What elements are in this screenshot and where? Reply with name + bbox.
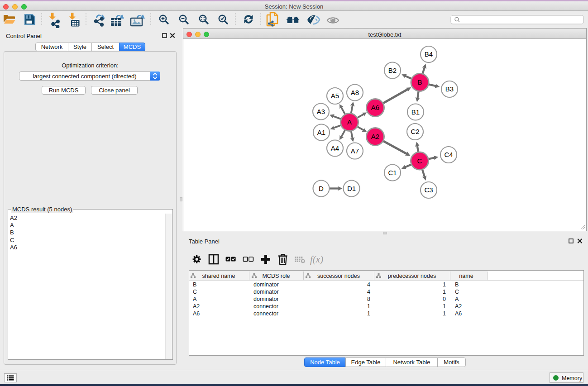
svg-text:1: 1 [367, 303, 370, 310]
svg-text:B: B [417, 78, 422, 86]
svg-text:connector: connector [253, 310, 278, 317]
svg-text:A2: A2 [455, 303, 462, 310]
svg-text:shared name: shared name [202, 273, 235, 279]
svg-text:D1: D1 [347, 185, 356, 192]
svg-text:1: 1 [443, 281, 446, 288]
svg-text:A6: A6 [455, 310, 462, 317]
svg-text:0: 0 [443, 296, 446, 302]
svg-text:A5: A5 [331, 92, 339, 100]
svg-text:A6: A6 [371, 104, 379, 111]
svg-text:A1: A1 [317, 129, 325, 136]
svg-text:A8: A8 [351, 89, 359, 96]
svg-text:connector: connector [253, 303, 278, 310]
svg-text:B3: B3 [445, 85, 454, 93]
svg-text:C2: C2 [411, 128, 419, 135]
svg-text:B4: B4 [425, 50, 433, 58]
svg-text:MCDS role: MCDS role [262, 273, 290, 279]
svg-text:f(x): f(x) [310, 254, 323, 265]
svg-text:A3: A3 [317, 108, 325, 115]
svg-text:A6: A6 [193, 310, 200, 317]
svg-text:dominator: dominator [253, 289, 279, 295]
svg-text:name: name [459, 273, 473, 279]
svg-text:B: B [455, 281, 459, 288]
svg-text:4: 4 [367, 289, 370, 295]
svg-text:8: 8 [367, 296, 370, 302]
svg-text:C: C [193, 289, 197, 295]
svg-text:A2: A2 [193, 303, 200, 310]
svg-text:D: D [319, 185, 324, 192]
svg-text:4: 4 [367, 281, 370, 288]
svg-text:C4: C4 [444, 151, 453, 158]
svg-text:1: 1 [443, 289, 446, 295]
svg-text:A: A [455, 296, 459, 302]
svg-text:1: 1 [367, 310, 370, 317]
svg-text:C3: C3 [424, 186, 433, 194]
svg-text:successor nodes: successor nodes [317, 273, 360, 279]
svg-text:B1: B1 [411, 108, 420, 116]
svg-text:A: A [347, 118, 352, 126]
svg-text:1: 1 [443, 303, 446, 310]
svg-text:C1: C1 [388, 169, 397, 176]
svg-text:C: C [455, 289, 459, 295]
svg-text:C: C [417, 157, 422, 165]
svg-text:B: B [193, 281, 196, 288]
svg-text:B2: B2 [388, 67, 397, 74]
svg-text:1: 1 [443, 310, 446, 317]
svg-text:A7: A7 [351, 147, 359, 155]
svg-text:dominator: dominator [253, 281, 279, 288]
svg-text:A4: A4 [331, 144, 339, 152]
svg-text:A: A [193, 296, 197, 302]
svg-text:predecessor nodes: predecessor nodes [388, 273, 436, 279]
svg-text:A2: A2 [371, 133, 379, 140]
svg-text:dominator: dominator [253, 296, 279, 302]
